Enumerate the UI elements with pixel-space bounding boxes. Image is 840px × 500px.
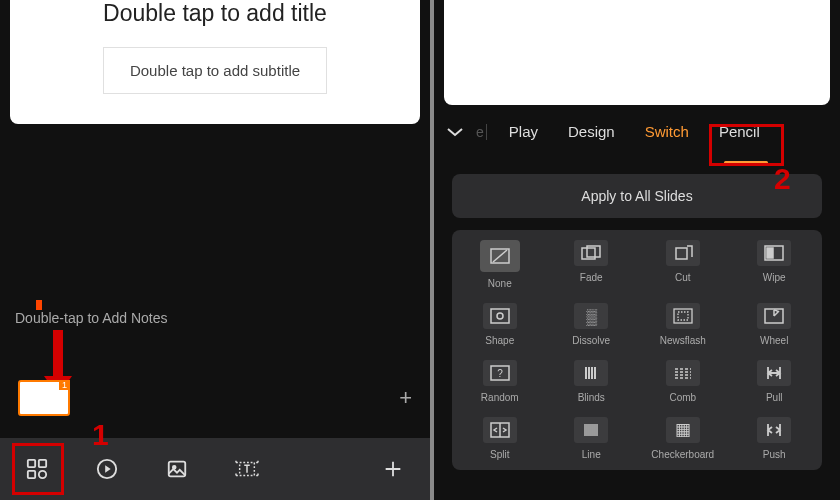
transition-comb[interactable]: Comb [637,360,729,403]
transition-none[interactable]: None [454,240,546,289]
slide-canvas-collapsed[interactable] [444,0,830,105]
transition-label: Blinds [578,392,605,403]
transition-label: Cut [675,272,691,283]
transition-label: None [488,278,512,289]
transition-label: Fade [580,272,603,283]
slide-thumbnail-1[interactable] [18,380,70,416]
svg-text:?: ? [497,368,503,379]
transition-wheel[interactable]: Wheel [729,303,821,346]
transition-random[interactable]: ? Random [454,360,546,403]
cut-icon [666,240,700,266]
random-icon: ? [483,360,517,386]
push-icon [757,417,791,443]
newsflash-icon [666,303,700,329]
dissolve-icon: ▒ [574,303,608,329]
annotation-highlight-box-1 [12,443,64,495]
bottom-toolbar [0,438,430,500]
comb-icon [666,360,700,386]
annotation-arrow [53,330,63,378]
transition-label: Newsflash [660,335,706,346]
svg-rect-15 [674,309,692,323]
slide-canvas[interactable]: Double tap to add title Double tap to ad… [10,0,420,124]
right-screenshot: e Play Design Switch Pencil 2 Apply to A… [434,0,840,500]
transition-cut[interactable]: Cut [637,240,729,289]
add-icon[interactable] [380,456,406,482]
transition-blinds[interactable]: Blinds [546,360,638,403]
transitions-panel: None Fade Cut Wipe Shape ▒ Dissolve [452,230,822,470]
truncated-tab-hint: e [476,124,487,140]
transitions-grid: None Fade Cut Wipe Shape ▒ Dissolve [454,240,820,460]
play-icon[interactable] [94,456,120,482]
transition-split[interactable]: Split [454,417,546,460]
text-box-icon[interactable] [234,456,260,482]
slide-thumbnail-strip: + [0,380,430,416]
transition-newsflash[interactable]: Newsflash [637,303,729,346]
tab-design[interactable]: Design [556,117,627,146]
transition-push[interactable]: Push [729,417,821,460]
transition-label: Split [490,449,509,460]
transition-checkerboard[interactable]: ▦ Checkerboard [637,417,729,460]
line-icon [574,417,608,443]
checkerboard-icon: ▦ [666,417,700,443]
transition-label: Wipe [763,272,786,283]
transition-line[interactable]: Line [546,417,638,460]
wheel-icon [757,303,791,329]
pull-icon [757,360,791,386]
transition-label: Shape [485,335,514,346]
transition-label: Comb [669,392,696,403]
slide-subtitle-placeholder[interactable]: Double tap to add subtitle [103,47,327,94]
transition-wipe[interactable]: Wipe [729,240,821,289]
notes-placeholder[interactable]: Double-tap to Add Notes [15,310,168,326]
transition-pull[interactable]: Pull [729,360,821,403]
split-icon [483,417,517,443]
svg-rect-16 [678,312,688,320]
shape-icon [483,303,517,329]
add-slide-button[interactable]: + [399,385,412,411]
collapse-panel-icon[interactable] [440,122,470,142]
none-icon [480,240,520,272]
transition-shape[interactable]: Shape [454,303,546,346]
transition-label: Pull [766,392,783,403]
annotation-highlight-box-2 [709,124,784,166]
apply-to-all-slides-button[interactable]: Apply to All Slides [452,174,822,218]
image-icon[interactable] [164,456,190,482]
svg-rect-10 [676,248,687,259]
transition-label: Line [582,449,601,460]
annotation-number-1: 1 [92,418,109,452]
wipe-icon [757,240,791,266]
transition-label: Checkerboard [651,449,714,460]
transition-fade[interactable]: Fade [546,240,638,289]
slide-title-placeholder[interactable]: Double tap to add title [103,0,327,27]
transition-label: Wheel [760,335,788,346]
transition-dissolve[interactable]: ▒ Dissolve [546,303,638,346]
svg-rect-12 [767,248,773,258]
blinds-icon [574,360,608,386]
tab-play[interactable]: Play [497,117,550,146]
svg-point-14 [497,313,503,319]
svg-rect-13 [491,309,509,323]
tab-switch[interactable]: Switch [633,117,701,146]
bookmark-indicator [36,300,42,310]
annotation-number-2: 2 [774,162,791,196]
fade-icon [574,240,608,266]
transition-label: Dissolve [572,335,610,346]
left-screenshot: Double tap to add title Double tap to ad… [0,0,430,500]
transition-label: Random [481,392,519,403]
transition-label: Push [763,449,786,460]
